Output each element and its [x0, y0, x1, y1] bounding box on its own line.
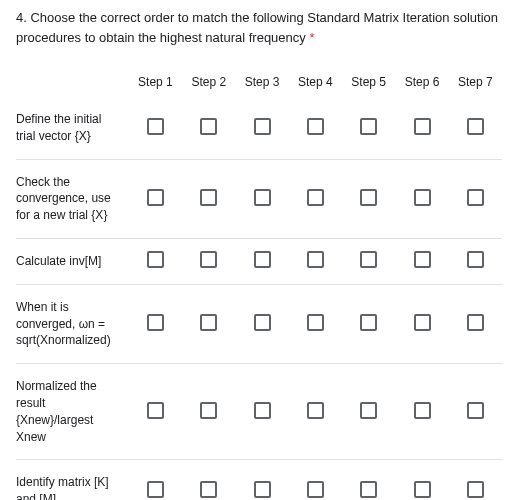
col-header-step7: Step 7 [449, 67, 502, 97]
checkbox[interactable] [254, 189, 271, 206]
checkbox[interactable] [147, 189, 164, 206]
checkbox[interactable] [147, 251, 164, 268]
row-label: Calculate inv[M] [16, 238, 129, 284]
checkbox[interactable] [200, 314, 217, 331]
col-header-step3: Step 3 [235, 67, 288, 97]
checkbox[interactable] [467, 481, 484, 498]
question-number: 4. [16, 10, 30, 25]
checkbox[interactable] [200, 402, 217, 419]
checkbox[interactable] [200, 189, 217, 206]
table-row: Calculate inv[M] [16, 238, 502, 284]
checkbox[interactable] [467, 402, 484, 419]
checkbox[interactable] [307, 118, 324, 135]
row-label: Check the convergence, use for a new tri… [16, 159, 129, 238]
row-label: Define the initial trial vector {X} [16, 97, 129, 159]
corner-empty [16, 67, 129, 97]
col-header-step4: Step 4 [289, 67, 342, 97]
checkbox[interactable] [414, 251, 431, 268]
checkbox[interactable] [360, 314, 377, 331]
checkbox[interactable] [414, 402, 431, 419]
checkbox[interactable] [147, 402, 164, 419]
checkbox[interactable] [467, 189, 484, 206]
checkbox[interactable] [414, 314, 431, 331]
checkbox[interactable] [360, 251, 377, 268]
checkbox[interactable] [360, 481, 377, 498]
checkbox[interactable] [307, 481, 324, 498]
col-header-step5: Step 5 [342, 67, 395, 97]
question-body: Choose the correct order to match the fo… [16, 10, 498, 45]
checkbox[interactable] [307, 251, 324, 268]
required-star: * [306, 30, 315, 45]
checkbox[interactable] [307, 189, 324, 206]
checkbox[interactable] [200, 481, 217, 498]
checkbox[interactable] [200, 251, 217, 268]
question-text: 4. Choose the correct order to match the… [16, 8, 502, 47]
row-label: Normalized the result {Xnew}/largest Xne… [16, 364, 129, 460]
checkbox[interactable] [254, 481, 271, 498]
col-header-step6: Step 6 [395, 67, 448, 97]
checkbox[interactable] [467, 251, 484, 268]
checkbox[interactable] [200, 118, 217, 135]
checkbox[interactable] [147, 118, 164, 135]
col-header-step2: Step 2 [182, 67, 235, 97]
checkbox[interactable] [307, 314, 324, 331]
table-row: When it is converged, ωn = sqrt(Xnormali… [16, 284, 502, 363]
checkbox[interactable] [360, 402, 377, 419]
checkbox[interactable] [414, 118, 431, 135]
checkbox[interactable] [467, 314, 484, 331]
checkbox[interactable] [360, 118, 377, 135]
table-row: Identify matrix [K] and [M] [16, 460, 502, 500]
matrix-grid: Step 1 Step 2 Step 3 Step 4 Step 5 Step … [16, 67, 502, 500]
checkbox[interactable] [254, 314, 271, 331]
table-row: Normalized the result {Xnew}/largest Xne… [16, 364, 502, 460]
row-label: When it is converged, ωn = sqrt(Xnormali… [16, 284, 129, 363]
checkbox[interactable] [254, 251, 271, 268]
col-header-step1: Step 1 [129, 67, 182, 97]
table-row: Check the convergence, use for a new tri… [16, 159, 502, 238]
checkbox[interactable] [414, 189, 431, 206]
checkbox[interactable] [147, 314, 164, 331]
checkbox[interactable] [360, 189, 377, 206]
checkbox[interactable] [147, 481, 164, 498]
table-row: Define the initial trial vector {X} [16, 97, 502, 159]
row-label: Identify matrix [K] and [M] [16, 460, 129, 500]
checkbox[interactable] [307, 402, 324, 419]
checkbox[interactable] [254, 402, 271, 419]
checkbox[interactable] [254, 118, 271, 135]
checkbox[interactable] [414, 481, 431, 498]
checkbox[interactable] [467, 118, 484, 135]
